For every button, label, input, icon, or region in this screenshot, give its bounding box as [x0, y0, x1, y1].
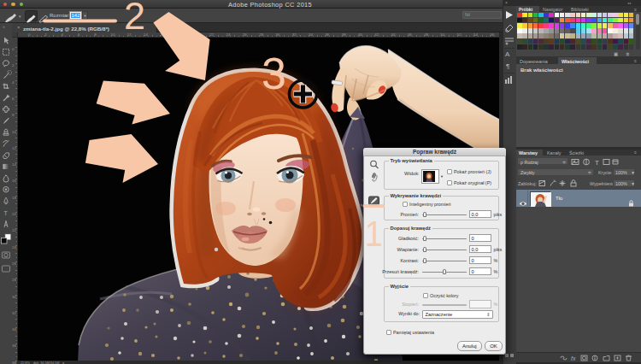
svg-text:22,8% dok: 34,5M/34,5M ▸: 22,8% dok: 34,5M/34,5M ▸	[21, 361, 65, 364]
svg-text:¶: ¶	[506, 62, 509, 70]
svg-text:T: T	[4, 210, 9, 216]
svg-text:»: »	[3, 24, 5, 29]
svg-text:T: T	[595, 159, 599, 166]
svg-text:fx: fx	[571, 355, 576, 361]
svg-text:A: A	[505, 50, 510, 58]
svg-text:×: ×	[505, 0, 508, 5]
